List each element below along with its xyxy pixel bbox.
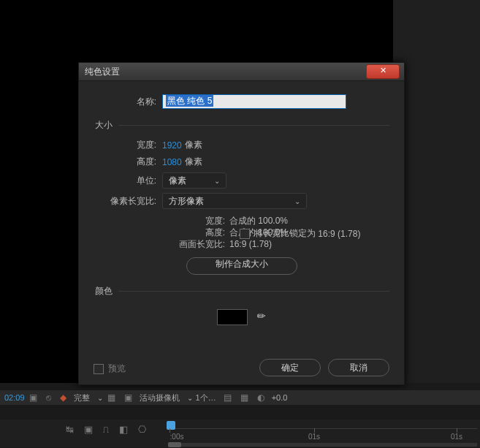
- make-comp-size-button[interactable]: 制作合成大小: [186, 257, 297, 275]
- chevron-down-icon: ⌄: [294, 197, 300, 205]
- exposure-value[interactable]: +0.0: [272, 393, 288, 402]
- time-ruler[interactable]: :00s 01s 01s: [168, 419, 477, 447]
- tick-label: 01s: [451, 433, 462, 441]
- lock-aspect-ratio: 16:9 (1.78): [318, 229, 360, 239]
- height-label: 高度:: [94, 156, 162, 168]
- dialog-title: 纯色设置: [85, 66, 120, 78]
- preview-checkbox[interactable]: [94, 364, 104, 374]
- close-button[interactable]: ✕: [366, 64, 400, 79]
- tick-label: :00s: [170, 433, 184, 441]
- chevron-down-icon: ⌄: [214, 177, 220, 185]
- dialog-titlebar[interactable]: 纯色设置 ✕: [79, 63, 404, 81]
- snapshot-icon[interactable]: ▣: [29, 392, 37, 403]
- fast-preview-icon[interactable]: ▤: [224, 392, 232, 403]
- camera-select[interactable]: 活动摄像机: [140, 392, 180, 403]
- tl-icon[interactable]: ⎍: [103, 424, 109, 435]
- width-value[interactable]: 1920: [162, 140, 182, 151]
- eyedropper-icon[interactable]: ✎: [254, 308, 269, 323]
- color-legend: 颜色: [94, 285, 118, 297]
- zoom-scrubber[interactable]: [168, 443, 477, 447]
- grid-icon[interactable]: ▦: [107, 392, 115, 403]
- width-suffix: 像素: [185, 139, 202, 151]
- chevron-down-icon: ⌄: [187, 394, 193, 402]
- chevron-down-icon: ⌄: [97, 394, 103, 402]
- viewer-toolbar: 02:09 ▣ ⎋ ◆ 完整 ⌄ ▦ ▣ 活动摄像机 ⌄ 1个… ▤ ▦ ◐ +…: [0, 390, 480, 405]
- lock-aspect-row[interactable]: 将长宽比锁定为 16:9 (1.78): [240, 227, 360, 240]
- color-swatch[interactable]: [217, 309, 248, 325]
- tl-icon[interactable]: ◧: [119, 424, 128, 435]
- size-group: 大小 宽度: 1920 像素 高度: 1080 像素 单位: 像素 ⌄ 像素长宽…: [94, 119, 389, 275]
- close-icon: ✕: [380, 66, 386, 75]
- preview-row[interactable]: 预览: [94, 362, 126, 375]
- cancel-button[interactable]: 取消: [328, 359, 389, 376]
- width-label: 宽度:: [94, 139, 162, 151]
- mask-icon[interactable]: ▣: [124, 392, 132, 403]
- solid-settings-dialog: 纯色设置 ✕ 名称: 黑色 纯色 5 大小 宽度: 1920 像素 高度: 10…: [78, 62, 405, 385]
- tl-icon[interactable]: ⎔: [138, 424, 146, 435]
- reset-exposure-icon[interactable]: ◐: [257, 392, 264, 403]
- tick-label: 01s: [308, 433, 320, 441]
- tl-icon[interactable]: ↹: [66, 424, 74, 435]
- lock-aspect-checkbox[interactable]: [240, 229, 250, 239]
- preview-label: 预览: [108, 362, 126, 375]
- quality-select[interactable]: 完整: [74, 392, 90, 403]
- color-group: 颜色 ✎: [94, 285, 389, 335]
- units-value: 像素: [169, 175, 186, 187]
- lock-aspect-label: 将长宽比锁定为: [254, 227, 316, 240]
- name-value: 黑色 纯色 5: [166, 95, 213, 107]
- par-label: 像素长宽比:: [94, 195, 162, 208]
- ok-button[interactable]: 确定: [259, 359, 321, 376]
- units-label: 单位:: [94, 175, 162, 187]
- par-value: 方形像素: [169, 195, 204, 208]
- zoom-knob[interactable]: [168, 442, 181, 447]
- size-legend: 大小: [94, 119, 118, 132]
- par-select[interactable]: 方形像素 ⌄: [162, 193, 307, 209]
- height-value[interactable]: 1080: [162, 157, 182, 167]
- playhead-icon[interactable]: [167, 421, 175, 430]
- side-panel: [393, 0, 480, 383]
- name-label: 名称:: [94, 96, 162, 108]
- height-suffix: 像素: [185, 156, 202, 168]
- view-select[interactable]: 1个…: [196, 392, 216, 403]
- toggle-alpha-icon[interactable]: ▦: [240, 392, 248, 403]
- link-icon[interactable]: ⎋: [46, 392, 51, 403]
- timecode[interactable]: 02:09: [4, 393, 25, 402]
- color-mgmt-icon[interactable]: ◆: [60, 392, 66, 403]
- units-select[interactable]: 像素 ⌄: [162, 172, 226, 189]
- name-input[interactable]: 黑色 纯色 5: [162, 94, 346, 109]
- tl-icon[interactable]: ▣: [84, 424, 93, 435]
- timeline-panel: ↹ ▣ ⎍ ◧ ⎔ :00s 01s 01s: [0, 419, 480, 447]
